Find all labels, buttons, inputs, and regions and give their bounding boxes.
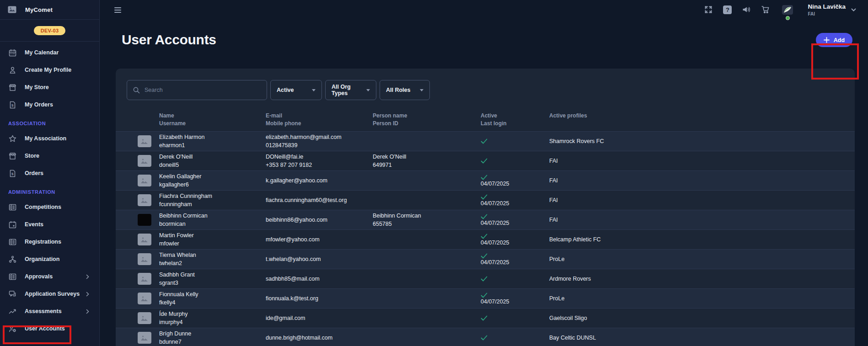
table-row[interactable]: Martin Fowler mfowler mfowler@yahoo.com …: [116, 229, 855, 249]
active-check-icon: [481, 234, 488, 239]
active-profiles: Bay Celtic DUNSL: [549, 334, 855, 342]
order-doc-icon: $: [8, 101, 17, 109]
add-button-label: Add: [834, 37, 845, 43]
active-profiles: FAI: [549, 157, 855, 165]
user-organization: FAI: [808, 11, 846, 17]
search-field[interactable]: [127, 80, 267, 100]
user-full-name: Elizabeth Harmon: [159, 133, 266, 141]
mobile-phone: +353 87 207 9182: [266, 161, 373, 169]
user-full-name: Keelin Gallagher: [159, 172, 266, 181]
sidebar-item-application-surveys[interactable]: Application Surveys: [0, 285, 99, 303]
status-filter-select[interactable]: Active: [270, 80, 322, 100]
username: bcormican: [159, 220, 266, 228]
store-icon: [8, 152, 17, 160]
table-row[interactable]: Fionnuala Kelly fkelly4 fionnuala.k@test…: [116, 288, 855, 308]
table-row[interactable]: Fiachra Cunningham fcunningham fiachra.c…: [116, 190, 855, 210]
sidebar-item-label: My Calendar: [25, 49, 59, 56]
sidebar-item-label: Application Surveys: [25, 291, 80, 297]
active-profiles: FAI: [549, 216, 855, 224]
sidebar-item-my-association[interactable]: My Association: [0, 130, 99, 147]
table-row[interactable]: Keelin Gallagher kgallagher6 k.gallagher…: [116, 170, 855, 190]
table-row[interactable]: Sadhbh Grant sgrant3 sadhbh85@mail.com A…: [116, 269, 855, 288]
sidebar-section-header-association: ASSOCIATION: [0, 113, 99, 130]
search-icon: [133, 86, 140, 94]
sidebar-item-registrations[interactable]: Registrations: [0, 233, 99, 250]
email: k.gallagher@yahoo.com: [266, 176, 373, 185]
org-tree-icon: [8, 255, 17, 264]
user-full-name: Tierna Whelan: [159, 251, 266, 259]
active-check-icon: [481, 335, 488, 341]
sidebar-item-approvals[interactable]: Approvals: [0, 268, 99, 285]
help-icon[interactable]: ?: [723, 5, 732, 14]
announcements-megaphone-icon[interactable]: [742, 5, 751, 14]
row-avatar-image-icon: [138, 194, 151, 206]
active-profiles: Shamrock Rovers FC: [549, 137, 855, 145]
page-title: User Accounts: [122, 32, 216, 48]
sidebar-item-label: Events: [25, 221, 43, 228]
active-profiles: Gaelscoil Sligo: [549, 314, 855, 322]
sidebar-item-label: Registrations: [25, 239, 61, 245]
active-profiles: ProLe: [549, 294, 855, 303]
chevron-right-icon: [85, 292, 90, 297]
cart-icon[interactable]: [761, 5, 770, 14]
username: eharmon1: [159, 141, 266, 149]
last-login: 04/07/2025: [481, 200, 549, 207]
row-avatar-image-icon: [138, 214, 151, 226]
username: twhelan2: [159, 259, 266, 267]
caret-down-icon: [366, 89, 370, 91]
last-login: 04/07/2025: [481, 298, 549, 305]
sidebar-item-organization[interactable]: Organization: [0, 250, 99, 268]
user-name: Nina Lavička: [808, 3, 846, 11]
add-button[interactable]: Add: [816, 33, 852, 47]
sidebar: MyComet DEV-03 My Calendar Create My Pro…: [0, 0, 100, 346]
last-login: 04/07/2025: [481, 181, 549, 187]
table-row[interactable]: Brígh Dunne bdunne7 dunne.brigh@hotmail.…: [116, 328, 855, 346]
sidebar-item-assessments[interactable]: Assessments: [0, 303, 99, 320]
role-filter-select[interactable]: All Roles: [380, 80, 430, 100]
table-body: Elizabeth Harmon eharmon1 elizabeth.harm…: [116, 131, 855, 346]
sidebar-nav: My Calendar Create My Profile My Store $…: [0, 42, 99, 337]
status-filter-value: Active: [277, 87, 294, 93]
person-icon: [8, 66, 17, 75]
chevron-down-icon[interactable]: [850, 6, 857, 13]
org-type-filter-select[interactable]: All Org Types: [325, 80, 376, 100]
sidebar-item-create-my-profile[interactable]: Create My Profile: [0, 61, 99, 79]
active-profiles: ProLe: [549, 255, 855, 263]
user-full-name: Beibhinn Cormican: [159, 212, 266, 220]
sidebar-item-label: Create My Profile: [25, 67, 71, 73]
sidebar-item-user-accounts[interactable]: User Accounts: [0, 320, 99, 337]
user-avatar[interactable]: [782, 5, 793, 15]
row-avatar-image-icon: [138, 293, 151, 304]
page-header: User Accounts Add: [100, 20, 868, 69]
list-icon: [8, 272, 17, 281]
user-menu[interactable]: Nina Lavička FAI: [808, 3, 846, 16]
table-row[interactable]: Derek O'Neill doneill5 DONeill@fai.ie +3…: [116, 151, 855, 170]
sidebar-item-competitions[interactable]: Competitions: [0, 198, 99, 216]
sidebar-item-my-calendar[interactable]: My Calendar: [0, 44, 99, 61]
person-id: 655785: [373, 220, 481, 228]
sidebar-item-my-store[interactable]: My Store: [0, 79, 99, 96]
app-logo[interactable]: MyComet: [0, 0, 99, 20]
row-avatar-image-icon: [138, 312, 151, 324]
sidebar-item-orders[interactable]: $ Orders: [0, 165, 99, 182]
user-full-name: Sadhbh Grant: [159, 271, 266, 279]
table-row[interactable]: Beibhinn Cormican bcormican beibhinn86@y…: [116, 210, 855, 229]
sidebar-item-store[interactable]: Store: [0, 147, 99, 165]
sidebar-item-my-orders[interactable]: $ My Orders: [0, 96, 99, 113]
sidebar-item-events[interactable]: Events: [0, 216, 99, 233]
calendar-icon: [8, 48, 17, 57]
fullscreen-icon[interactable]: [704, 5, 713, 14]
plus-icon: [824, 37, 830, 43]
table-row[interactable]: Elizabeth Harmon eharmon1 elizabeth.harm…: [116, 131, 855, 151]
email: fiachra.cunningham60@test.org: [266, 196, 373, 204]
email: DONeill@fai.ie: [266, 153, 373, 161]
person-name: Derek O'Neill: [373, 153, 481, 161]
search-input[interactable]: [145, 87, 261, 93]
last-login: 04/07/2025: [481, 259, 549, 266]
table-row[interactable]: Tierna Whelan twhelan2 t.whelan@yahoo.co…: [116, 249, 855, 269]
person-name: Beibhinn Cormican: [373, 212, 481, 220]
row-avatar-image-icon: [138, 234, 151, 245]
active-profiles: FAI: [549, 176, 855, 185]
menu-hamburger-icon[interactable]: [114, 7, 121, 13]
table-row[interactable]: Íde Murphy imurphy4 ide@gmail.com Gaelsc…: [116, 308, 855, 328]
